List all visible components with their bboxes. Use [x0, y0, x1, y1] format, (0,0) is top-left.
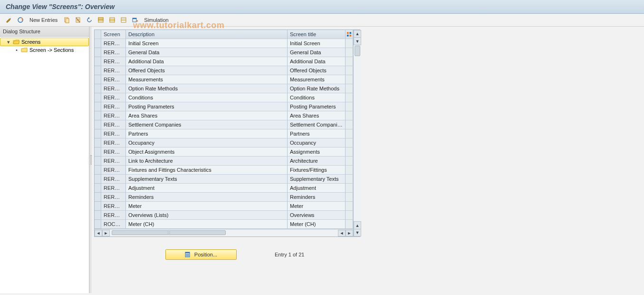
- cell-description[interactable]: General Data: [126, 48, 288, 57]
- vscroll-page-up-button[interactable]: ▼: [354, 38, 361, 45]
- deselect-all-icon[interactable]: [119, 16, 128, 24]
- cell-description[interactable]: Meter (CH): [126, 220, 288, 229]
- hscroll-step-right-button[interactable]: ►: [102, 230, 110, 236]
- hscroll-thumb[interactable]: :::: [112, 230, 226, 235]
- row-selector[interactable]: [95, 75, 101, 84]
- row-selector[interactable]: [95, 193, 101, 202]
- position-button[interactable]: Position...: [165, 249, 237, 260]
- cell-screen[interactable]: RERO97: [101, 193, 126, 202]
- cell-description[interactable]: Posting Parameters: [126, 102, 288, 111]
- table-row[interactable]: RERO9VOverviews (Lists)Overviews: [95, 211, 353, 220]
- other-view-icon[interactable]: [16, 16, 25, 24]
- vscroll-up-button[interactable]: ▲: [354, 30, 361, 38]
- horizontal-scrollbar[interactable]: ◄ ► ::: ◄ ►: [95, 229, 353, 236]
- cell-title[interactable]: General Data: [288, 48, 346, 57]
- row-selector[interactable]: [95, 93, 101, 102]
- cell-screen[interactable]: RERO90: [101, 148, 126, 157]
- cell-title[interactable]: Option Rate Methods: [288, 84, 346, 93]
- row-selector[interactable]: [95, 111, 101, 120]
- table-row[interactable]: RERO96AdjustmentAdjustment: [95, 184, 353, 193]
- hscroll-right-button[interactable]: ►: [346, 230, 353, 236]
- table-row[interactable]: ROCH40Meter (CH)Meter (CH): [95, 220, 353, 229]
- cell-screen[interactable]: RERO86: [101, 120, 126, 129]
- cell-description[interactable]: Adjustment: [126, 184, 288, 193]
- row-selector[interactable]: [95, 211, 101, 220]
- cell-description[interactable]: Partners: [126, 129, 288, 138]
- vscroll-down-button[interactable]: ▼: [354, 229, 361, 236]
- col-header-title[interactable]: Screen title: [288, 30, 346, 39]
- cell-title[interactable]: Posting Parameters: [288, 102, 346, 111]
- cell-screen[interactable]: ROCH40: [101, 220, 126, 229]
- cell-title[interactable]: Occupancy: [288, 138, 346, 148]
- table-row[interactable]: RERO81MeasurementsMeasurements: [95, 75, 353, 84]
- table-row[interactable]: RERO02General DataGeneral Data: [95, 48, 353, 57]
- table-row[interactable]: RERO90Object AssignmentsAssignments: [95, 148, 353, 157]
- select-all-icon[interactable]: [96, 16, 105, 24]
- col-header-screen[interactable]: Screen: [101, 30, 126, 39]
- cell-description[interactable]: Offered Objects: [126, 66, 288, 75]
- cell-title[interactable]: Offered Objects: [288, 66, 346, 75]
- table-row[interactable]: RERO99MeterMeter: [95, 202, 353, 211]
- vertical-scrollbar[interactable]: ▲ ▼ ▲ ▼: [353, 30, 361, 236]
- cell-screen[interactable]: RERO81: [101, 75, 126, 84]
- cell-title[interactable]: Conditions: [288, 93, 346, 102]
- cell-description[interactable]: Object Assignments: [126, 148, 288, 157]
- row-selector[interactable]: [95, 157, 101, 166]
- table-row[interactable]: RERO86Settlement CompaniesSettlement Com…: [95, 120, 353, 129]
- cell-description[interactable]: Area Shares: [126, 111, 288, 120]
- cell-screen[interactable]: RERO9V: [101, 211, 126, 220]
- row-selector[interactable]: [95, 184, 101, 193]
- row-selector[interactable]: [95, 66, 101, 75]
- cell-description[interactable]: Option Rate Methods: [126, 84, 288, 93]
- table-row[interactable]: RERO97RemindersReminders: [95, 193, 353, 202]
- vscroll-page-down-button[interactable]: ▲: [354, 221, 361, 229]
- vscroll-thumb[interactable]: [355, 46, 360, 56]
- cell-description[interactable]: Conditions: [126, 93, 288, 102]
- tree-node-screens[interactable]: ▾Screens: [0, 38, 89, 46]
- row-selector[interactable]: [95, 129, 101, 138]
- cell-title[interactable]: Additional Data: [288, 57, 346, 66]
- col-header-description[interactable]: Description: [126, 30, 288, 39]
- delete-icon[interactable]: [74, 16, 82, 24]
- cell-title[interactable]: Architecture: [288, 157, 346, 166]
- row-selector[interactable]: [95, 102, 101, 111]
- cell-title[interactable]: Area Shares: [288, 111, 346, 120]
- vscroll-track[interactable]: [354, 45, 361, 221]
- cell-title[interactable]: Measurements: [288, 75, 346, 84]
- table-row[interactable]: RERO03Additional DataAdditional Data: [95, 57, 353, 66]
- cell-description[interactable]: Settlement Companies: [126, 120, 288, 129]
- cell-screen[interactable]: RERO84: [101, 102, 126, 111]
- hscroll-track[interactable]: :::: [110, 230, 338, 236]
- cell-title[interactable]: Adjustment: [288, 184, 346, 193]
- cell-title[interactable]: Settlement Companies: [288, 120, 346, 129]
- cell-description[interactable]: Reminders: [126, 193, 288, 202]
- table-row[interactable]: RERO85Area SharesArea Shares: [95, 111, 353, 120]
- cell-description[interactable]: Link to Architecture: [126, 157, 288, 166]
- tree-node-screen-sections[interactable]: •Screen -> Sections: [0, 46, 89, 54]
- cell-screen[interactable]: RERO85: [101, 111, 126, 120]
- row-selector[interactable]: [95, 202, 101, 211]
- cell-title[interactable]: Partners: [288, 129, 346, 138]
- cell-title[interactable]: Overviews: [288, 211, 346, 220]
- cell-screen[interactable]: RERO87: [101, 129, 126, 138]
- toggle-display-change-icon[interactable]: [5, 16, 13, 24]
- cell-screen[interactable]: RERO91: [101, 157, 126, 166]
- row-selector[interactable]: [95, 138, 101, 148]
- cell-screen[interactable]: RERO93: [101, 166, 126, 175]
- table-row[interactable]: RERO87PartnersPartners: [95, 129, 353, 138]
- table-row[interactable]: RERO00Initial ScreenInitial Screen: [95, 39, 353, 48]
- select-all-column[interactable]: [95, 30, 101, 39]
- cell-title[interactable]: Reminders: [288, 193, 346, 202]
- row-selector[interactable]: [95, 220, 101, 229]
- row-selector[interactable]: [95, 166, 101, 175]
- cell-screen[interactable]: RERO95: [101, 175, 126, 184]
- table-row[interactable]: RERO91Link to ArchitectureArchitecture: [95, 157, 353, 166]
- copy-icon[interactable]: [62, 16, 71, 24]
- table-row[interactable]: RERO93Fixtures and Fittings Characterist…: [95, 166, 353, 175]
- cell-screen[interactable]: RERO88: [101, 138, 126, 148]
- collapse-icon[interactable]: ▾: [6, 39, 11, 44]
- cell-title[interactable]: Assignments: [288, 148, 346, 157]
- select-block-icon[interactable]: [108, 16, 116, 24]
- cell-screen[interactable]: RERO00: [101, 39, 126, 48]
- config-icon[interactable]: [131, 16, 139, 24]
